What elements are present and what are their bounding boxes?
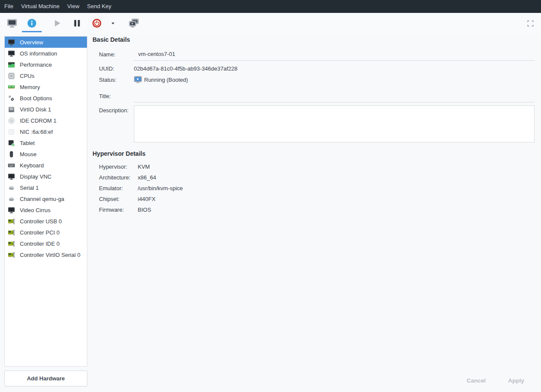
hypervisor-row-hypervisor: Hypervisor:KVM xyxy=(99,161,535,172)
hypervisor-row-chipset: Chipset:i440FX xyxy=(99,194,535,204)
shutdown-button[interactable] xyxy=(87,14,107,32)
sidebar-item-label: Channel qemu-ga xyxy=(20,196,64,202)
gear-icon xyxy=(8,95,15,102)
description-row: Description: xyxy=(99,105,535,142)
description-label: Description: xyxy=(99,105,134,114)
sidebar-item-label: Video Cirrus xyxy=(20,207,50,213)
mouse-icon xyxy=(8,151,15,158)
controller-card-icon xyxy=(8,229,15,236)
run-button[interactable] xyxy=(47,14,67,32)
status-running-icon xyxy=(134,76,142,84)
name-input[interactable] xyxy=(134,48,535,61)
sidebar-item-label: Memory xyxy=(20,84,40,90)
sidebar-item-display-vnc[interactable]: Display VNC xyxy=(5,171,87,182)
sidebar-item-memory[interactable]: Memory xyxy=(5,81,87,93)
menu-virtual-machine[interactable]: Virtual Machine xyxy=(17,0,63,13)
sidebar-item-performance[interactable]: Performance xyxy=(5,59,87,70)
add-hardware-button[interactable]: Add Hardware xyxy=(4,370,87,386)
tablet-icon xyxy=(8,139,15,147)
hypervisor-row-firmware: Firmware:BIOS xyxy=(99,204,535,215)
show-console-button[interactable] xyxy=(2,14,22,32)
description-input[interactable] xyxy=(134,105,535,142)
name-label: Name: xyxy=(99,51,134,58)
power-icon xyxy=(92,18,102,28)
hypervisor-row-label: Hypervisor: xyxy=(99,164,138,170)
sidebar-item-cpus[interactable]: CPUs xyxy=(5,70,87,81)
basic-details-title: Basic Details xyxy=(93,36,535,43)
name-row: Name: xyxy=(99,47,535,61)
menu-file[interactable]: File xyxy=(0,0,17,13)
toolbar xyxy=(0,13,541,34)
sidebar-item-controller-pci-0[interactable]: Controller PCI 0 xyxy=(5,227,87,238)
sidebar-item-controller-virtio-serial-0[interactable]: Controller VirtIO Serial 0 xyxy=(5,249,87,260)
title-label: Title: xyxy=(99,93,134,99)
shutdown-menu-button[interactable] xyxy=(107,14,119,32)
show-details-button[interactable] xyxy=(22,14,42,32)
chevron-down-icon xyxy=(110,21,116,26)
apply-button[interactable]: Apply xyxy=(507,375,525,386)
serial-icon xyxy=(8,184,15,191)
monitor-icon xyxy=(8,50,15,57)
sidebar-item-label: Serial 1 xyxy=(20,185,39,191)
console-switch-button[interactable] xyxy=(124,14,144,32)
title-input[interactable] xyxy=(134,90,535,102)
hypervisor-row-architecture: Architecture:x86_64 xyxy=(99,172,535,183)
hypervisor-row-value: i440FX xyxy=(138,196,155,202)
sidebar-item-boot-options[interactable]: Boot Options xyxy=(5,93,87,104)
sidebar-item-virtio-disk-1[interactable]: VirtIO Disk 1 xyxy=(5,104,87,115)
sidebar-item-controller-ide-0[interactable]: Controller IDE 0 xyxy=(5,238,87,249)
play-icon xyxy=(52,18,62,28)
hypervisor-row-label: Chipset: xyxy=(99,196,138,202)
sidebar-item-serial-1[interactable]: Serial 1 xyxy=(5,182,87,193)
sidebar-item-overview[interactable]: Overview xyxy=(5,37,87,48)
footer-actions: Cancel Apply xyxy=(93,369,541,392)
monitor-icon xyxy=(8,39,15,46)
sidebar-item-nic-6a-68-ef[interactable]: NIC :6a:68:ef xyxy=(5,126,87,137)
info-icon xyxy=(27,18,37,28)
hypervisor-row-value: KVM xyxy=(138,164,150,170)
sidebar-item-label: VirtIO Disk 1 xyxy=(20,106,51,113)
sidebar-item-label: Controller VirtIO Serial 0 xyxy=(20,252,80,258)
status-value: Running (Booted) xyxy=(144,77,188,83)
dual-monitor-icon xyxy=(129,18,139,28)
disk-icon xyxy=(8,106,15,113)
hypervisor-details-form: Hypervisor:KVMArchitecture:x86_64Emulato… xyxy=(99,161,535,215)
sidebar-item-label: NIC :6a:68:ef xyxy=(20,129,53,135)
title-row: Title: xyxy=(99,89,535,103)
menubar: FileVirtual MachineViewSend Key xyxy=(0,0,541,13)
hypervisor-row-label: Firmware: xyxy=(99,207,138,213)
menu-view[interactable]: View xyxy=(63,0,83,13)
hypervisor-row-label: Architecture: xyxy=(99,174,138,181)
virt-manager-window: FileVirtual MachineViewSend Key Overview… xyxy=(0,0,541,34)
fullscreen-icon xyxy=(527,20,534,27)
hypervisor-row-value: /usr/bin/kvm-spice xyxy=(138,185,183,191)
hypervisor-row-emulator: Emulator:/usr/bin/kvm-spice xyxy=(99,183,535,194)
performance-chart-icon xyxy=(8,61,15,68)
sidebar-item-os-information[interactable]: OS information xyxy=(5,48,87,59)
sidebar-item-label: Mouse xyxy=(20,151,37,157)
sidebar-item-ide-cdrom-1[interactable]: IDE CDROM 1 xyxy=(5,115,87,126)
sidebar-item-label: Display VNC xyxy=(20,173,52,180)
hypervisor-row-label: Emulator: xyxy=(99,185,138,191)
sidebar-item-label: Overview xyxy=(20,39,43,46)
sidebar-item-keyboard[interactable]: Keyboard xyxy=(5,160,87,171)
serial-icon xyxy=(8,195,15,203)
status-row: Status: Running (Booted) xyxy=(99,74,535,85)
uuid-value: 02b4d67a-81c0-4f5b-ab93-346de37af228 xyxy=(134,65,238,72)
fullscreen-button[interactable] xyxy=(523,14,538,32)
hypervisor-row-value: x86_64 xyxy=(138,174,156,181)
sidebar-item-controller-usb-0[interactable]: Controller USB 0 xyxy=(5,216,87,227)
sidebar-item-channel-qemu-ga[interactable]: Channel qemu-ga xyxy=(5,193,87,204)
cdrom-icon xyxy=(8,117,15,124)
pause-button[interactable] xyxy=(67,14,87,32)
sidebar-item-video-cirrus[interactable]: Video Cirrus xyxy=(5,204,87,216)
cancel-button[interactable]: Cancel xyxy=(466,375,486,386)
memory-icon xyxy=(8,83,15,91)
pause-icon xyxy=(72,18,82,28)
display-icon xyxy=(8,207,15,214)
sidebar-item-label: Controller IDE 0 xyxy=(20,241,59,247)
sidebar-item-mouse[interactable]: Mouse xyxy=(5,148,87,160)
sidebar-item-tablet[interactable]: Tablet xyxy=(5,137,87,148)
menu-send-key[interactable]: Send Key xyxy=(83,0,115,13)
hypervisor-row-value: BIOS xyxy=(138,207,151,213)
